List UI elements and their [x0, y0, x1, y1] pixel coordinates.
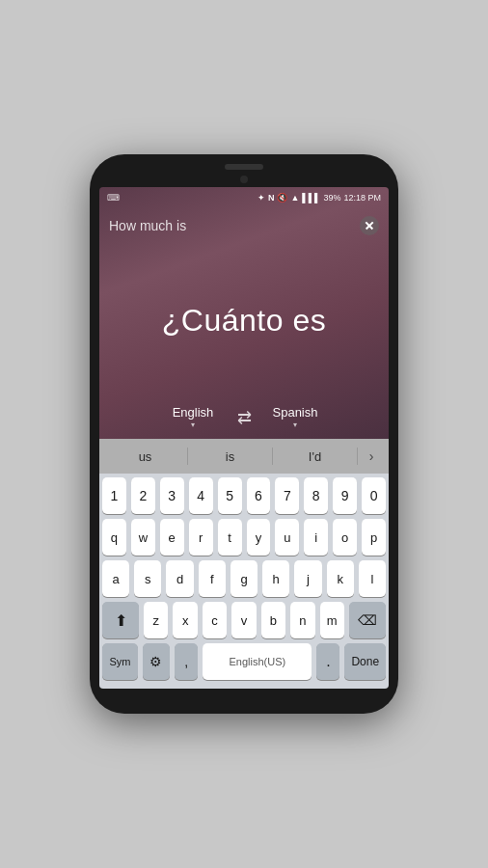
phone-speaker [225, 164, 263, 170]
source-lang-arrow: ▾ [159, 420, 227, 429]
swap-languages-button[interactable]: ⇄ [227, 406, 261, 429]
suggestion-us[interactable]: us [103, 446, 187, 468]
key-z[interactable]: z [144, 602, 168, 638]
battery-level: 39% [323, 193, 340, 203]
key-y[interactable]: y [247, 519, 271, 556]
key-b[interactable]: b [261, 602, 285, 638]
input-bar: How much is [99, 208, 389, 243]
done-key[interactable]: Done [344, 643, 386, 680]
translation-area: ⌨ ✦ N 🔇 ▲ ▌▌▌ 39% 12:18 PM How much is [99, 187, 389, 439]
keyboard: 1 2 3 4 5 6 7 8 9 0 q w e r t y u i [99, 474, 389, 689]
phone-camera [240, 176, 248, 183]
swap-icon: ⇄ [237, 407, 252, 428]
key-v[interactable]: v [231, 602, 256, 638]
language-selector: English ▾ ⇄ Spanish ▾ [99, 397, 389, 439]
key-q[interactable]: q [102, 519, 126, 556]
key-h[interactable]: h [262, 560, 289, 597]
more-suggestions-button[interactable]: › [358, 448, 385, 464]
source-language[interactable]: English ▾ [159, 405, 227, 429]
key-e[interactable]: e [160, 519, 184, 556]
key-i[interactable]: i [304, 519, 328, 556]
key-c[interactable]: c [203, 602, 227, 638]
target-lang-arrow: ▾ [261, 420, 329, 429]
shift-icon: ⬆ [115, 611, 127, 630]
target-language[interactable]: Spanish ▾ [261, 405, 329, 429]
key-7[interactable]: 7 [275, 477, 299, 514]
key-w[interactable]: w [131, 519, 155, 556]
sym-key[interactable]: Sym [102, 643, 138, 680]
key-u[interactable]: u [275, 519, 299, 556]
number-row: 1 2 3 4 5 6 7 8 9 0 [102, 477, 386, 514]
z-row: ⬆ z x c v b n m ⌫ [102, 602, 386, 638]
mute-icon: 🔇 [277, 193, 287, 203]
key-5[interactable]: 5 [218, 477, 242, 514]
key-8[interactable]: 8 [304, 477, 328, 514]
key-9[interactable]: 9 [333, 477, 357, 514]
bottom-row: Sym ⚙ , English(US) . Done [102, 643, 386, 680]
key-6[interactable]: 6 [247, 477, 271, 514]
key-d[interactable]: d [166, 560, 193, 597]
space-key[interactable]: English(US) [203, 643, 312, 680]
key-j[interactable]: j [294, 560, 321, 597]
q-row: q w e r t y u i o p [102, 519, 386, 556]
signal-icon: ▌▌▌ [302, 193, 320, 203]
nfc-icon: N [268, 193, 275, 203]
status-bar: ⌨ ✦ N 🔇 ▲ ▌▌▌ 39% 12:18 PM [99, 187, 389, 208]
key-m[interactable]: m [320, 602, 344, 638]
key-1[interactable]: 1 [102, 477, 126, 514]
suggestion-id[interactable]: I'd [273, 446, 357, 468]
backspace-key[interactable]: ⌫ [349, 602, 386, 638]
suggestion-is[interactable]: is [188, 446, 272, 468]
key-o[interactable]: o [333, 519, 357, 556]
input-text[interactable]: How much is [109, 218, 360, 233]
gear-icon: ⚙ [149, 654, 162, 669]
status-left: ⌨ [107, 193, 120, 203]
key-t[interactable]: t [218, 519, 242, 556]
translation-result: ¿Cuánto es [99, 243, 389, 397]
suggestions-bar: us is I'd › [99, 439, 389, 474]
bluetooth-icon: ✦ [258, 193, 265, 203]
keyboard-icon: ⌨ [107, 193, 120, 203]
key-g[interactable]: g [230, 560, 258, 597]
a-row: a s d f g h j k l [102, 560, 386, 597]
status-right: ✦ N 🔇 ▲ ▌▌▌ 39% 12:18 PM [258, 193, 381, 203]
target-lang-name: Spanish [261, 405, 329, 420]
key-3[interactable]: 3 [160, 477, 184, 514]
key-s[interactable]: s [134, 560, 161, 597]
key-0[interactable]: 0 [362, 477, 386, 514]
key-n[interactable]: n [290, 602, 314, 638]
backspace-icon: ⌫ [358, 612, 377, 628]
source-lang-name: English [159, 405, 227, 420]
status-time: 12:18 PM [343, 193, 381, 203]
key-p[interactable]: p [362, 519, 386, 556]
settings-key[interactable]: ⚙ [143, 643, 170, 680]
phone-screen: ⌨ ✦ N 🔇 ▲ ▌▌▌ 39% 12:18 PM How much is [99, 187, 389, 689]
key-r[interactable]: r [189, 519, 213, 556]
key-4[interactable]: 4 [189, 477, 213, 514]
close-button[interactable] [360, 216, 379, 235]
phone-device: ⌨ ✦ N 🔇 ▲ ▌▌▌ 39% 12:18 PM How much is [90, 154, 398, 714]
period-key[interactable]: . [316, 643, 339, 680]
key-l[interactable]: l [359, 560, 386, 597]
wifi-icon: ▲ [290, 193, 299, 203]
key-a[interactable]: a [102, 560, 129, 597]
key-f[interactable]: f [199, 560, 226, 597]
key-2[interactable]: 2 [131, 477, 155, 514]
key-x[interactable]: x [173, 602, 197, 638]
translated-text: ¿Cuánto es [162, 303, 326, 339]
shift-key[interactable]: ⬆ [102, 602, 139, 638]
key-k[interactable]: k [327, 560, 354, 597]
comma-key[interactable]: , [175, 643, 198, 680]
